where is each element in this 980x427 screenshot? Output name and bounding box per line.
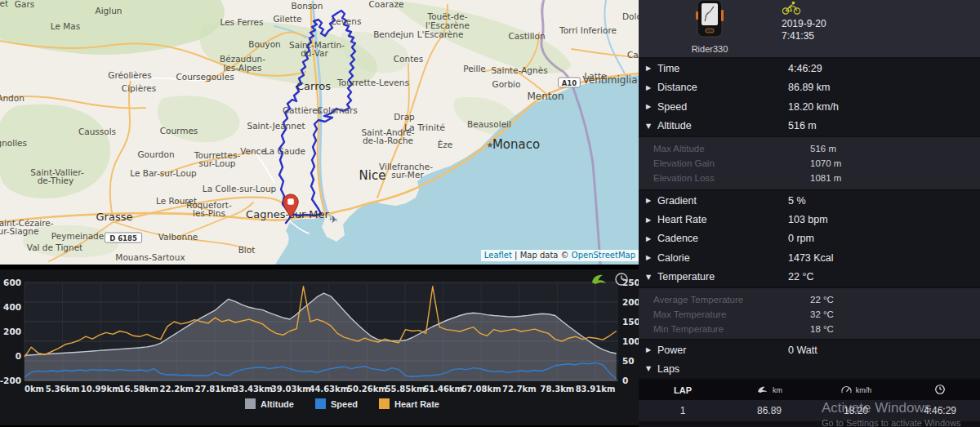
stat-label: Speed: [657, 101, 687, 113]
map-label: Biot: [238, 245, 256, 255]
ride-summary-panel: Rider330 2019-9-20 7:41:35 ▶Time4:46:29▶…: [639, 0, 980, 427]
chevron-right-icon: ▶: [646, 216, 657, 224]
map-label: Colomars: [317, 105, 358, 115]
legend-item-speed[interactable]: Speed: [315, 398, 358, 409]
map-label: Aiglun: [96, 6, 122, 16]
stat-row-speed[interactable]: ▶Speed18.20 km/h: [639, 97, 980, 117]
stat-row-heart-rate[interactable]: ▶Heart Rate103 bpm: [639, 210, 980, 229]
legend-label: Heart Rate: [394, 399, 439, 409]
x-tick-label: 16.58km: [118, 385, 158, 394]
stat-row-gradient[interactable]: ▶Gradient5 %: [639, 191, 980, 210]
right-tick-label: 50: [622, 356, 635, 366]
map-label: Carros: [296, 80, 331, 92]
stat-row-cadence[interactable]: ▶Cadence0 rpm: [639, 229, 980, 248]
lap-row[interactable]: 186.8918.204:46:29: [639, 400, 980, 421]
device-name: Rider330: [673, 44, 746, 54]
left-tick-label: 0: [16, 351, 21, 361]
sub-stat-label: Average Temperature: [653, 295, 743, 305]
clock-icon: [934, 384, 946, 397]
map-label: L'Escarène: [417, 29, 464, 39]
stat-label: Distance: [657, 82, 697, 93]
stats-group-main: ▶Time4:46:29▶Distance86.89 km▶Speed18.20…: [639, 59, 980, 136]
legend-swatch: [379, 398, 390, 409]
map-label: La Gaude: [265, 146, 305, 156]
chevron-right-icon: ▶: [646, 64, 657, 72]
chevron-right-icon: ▶: [646, 235, 657, 242]
map-label: du-Var: [301, 48, 328, 58]
map-label: Camp: [627, 50, 639, 60]
stat-row-power[interactable]: ▶Power0 Watt: [639, 340, 980, 359]
legend-item-heart-rate[interactable]: Heart Rate: [379, 398, 439, 409]
x-tick-label: 22.2km: [160, 385, 194, 394]
stat-row-distance[interactable]: ▶Distance86.89 km: [639, 78, 980, 98]
sub-stat-row: Max Temperature32 °C: [639, 307, 980, 322]
lap-column-header: LAP: [639, 385, 727, 395]
lap-column-header: km/h: [812, 385, 900, 396]
stat-value: 4:46:29: [788, 63, 822, 74]
map-label: Mouans-Sartoux: [115, 252, 185, 262]
map-label: sur-Mer: [391, 170, 424, 180]
lap-cell: 86.89: [727, 405, 812, 416]
x-tick-label: 78.3km: [541, 385, 575, 394]
stat-label: Temperature: [657, 271, 715, 282]
right-tick-label: 150: [622, 317, 639, 327]
map-label: Sainte-Agnès: [491, 65, 547, 75]
stat-row-calorie[interactable]: ▶Calorie1473 Kcal: [639, 248, 980, 267]
x-tick-label: 39.03km: [271, 385, 311, 394]
map-label: Val de Tignet: [27, 242, 82, 252]
road-badge-label: A10: [562, 79, 577, 87]
stat-row-temperature[interactable]: ▼Temperature22 °C: [639, 268, 980, 287]
sub-stat-row: Elevation Gain1070 m: [639, 156, 980, 171]
map-label: Nice: [359, 168, 386, 183]
map-label: et: [0, 0, 8, 8]
x-tick-label: 55.85km: [385, 385, 425, 394]
sub-stat-label: Elevation Gain: [653, 158, 715, 168]
map-label: Menton: [528, 91, 564, 102]
stat-row-time[interactable]: ▶Time4:46:29: [639, 59, 980, 78]
x-tick-label: 0km: [24, 385, 44, 394]
speed-overlay-icon[interactable]: [590, 272, 608, 290]
sub-stat-value: 1070 m: [810, 158, 841, 168]
leaflet-link[interactable]: Leaflet: [484, 251, 512, 260]
sub-stat-row: Elevation Loss1081 m: [639, 171, 980, 185]
stat-label: Power: [657, 345, 686, 356]
stat-row-laps[interactable]: ▼Laps: [639, 359, 980, 378]
x-tick-label: 67.08km: [461, 385, 501, 394]
x-tick-label: 33.43km: [233, 385, 273, 394]
left-tick-label: 400: [3, 302, 21, 312]
lap-table: LAPkmkm/h186.8918.204:46:29: [639, 380, 980, 421]
map-label: Gorbio: [492, 79, 521, 89]
stats-group-secondary: ▶Gradient5 %▶Heart Rate103 bpm▶Cadence0 …: [639, 191, 980, 287]
lap-column-unit: km: [773, 386, 782, 394]
lap-column-header: [900, 384, 980, 397]
map-label: sur-Loup: [199, 158, 236, 168]
left-tick-label: -200: [0, 376, 21, 385]
osm-link[interactable]: OpenStreetMap: [572, 251, 635, 260]
map-label: Gars: [15, 0, 34, 9]
map-label: Tourrette-Levens: [336, 78, 409, 87]
legend-item-altitude[interactable]: Altitude: [245, 398, 294, 409]
map-canvas[interactable]: etGarsAiglunLe MasLes FerresBonsonGilett…: [0, 0, 639, 265]
lap-table-header: LAPkmkm/h: [639, 380, 980, 400]
right-tick-label: 0: [622, 376, 628, 385]
cycling-icon: [782, 1, 801, 15]
sub-stat-label: Max Altitude: [653, 144, 705, 153]
chevron-right-icon: ▶: [646, 346, 657, 354]
road-badge-label: D 6185: [109, 234, 137, 242]
map-label: Vence: [240, 146, 266, 156]
stat-value: 5 %: [788, 195, 806, 207]
map-label: Caussols: [78, 127, 116, 136]
map-label: Valbonne: [158, 232, 198, 242]
map-label: Coursegoules: [176, 72, 234, 82]
map-panel[interactable]: etGarsAiglunLe MasLes FerresBonsonGilett…: [0, 0, 639, 265]
map-label: Gréolières: [108, 70, 151, 80]
chevron-down-icon: ▼: [646, 365, 657, 372]
map-label: de-Thiey: [38, 176, 74, 185]
stat-row-altitude[interactable]: ▼Altitude516 m: [639, 117, 980, 136]
stat-label: Laps: [657, 363, 679, 375]
stat-value: 1473 Kcal: [788, 252, 834, 264]
legend-swatch: [245, 398, 256, 409]
sub-stat-row: Max Altitude516 m: [639, 141, 980, 156]
chart-toolbar: [590, 272, 629, 290]
time-axis-icon[interactable]: [614, 272, 629, 290]
